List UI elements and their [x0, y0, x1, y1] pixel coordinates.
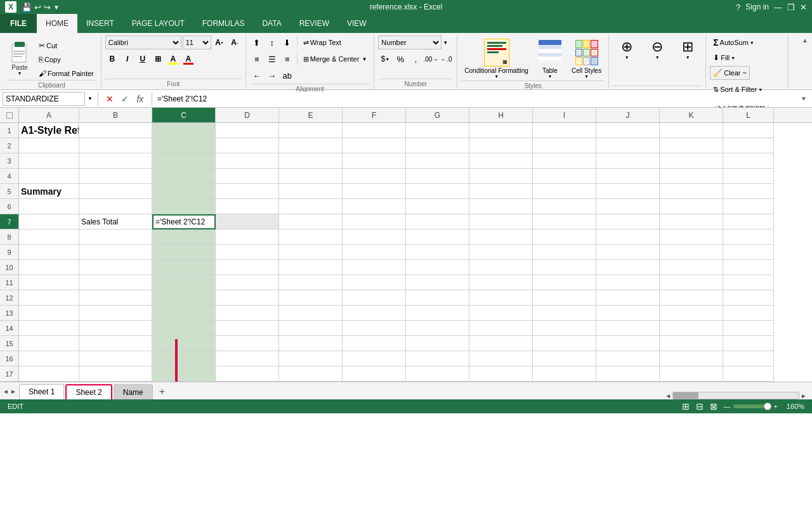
- cell-D13[interactable]: [216, 306, 279, 321]
- cell-I16[interactable]: [533, 351, 596, 366]
- cell-D8[interactable]: [216, 229, 279, 245]
- format-as-table-button[interactable]: Table ▼: [534, 37, 566, 81]
- cell-L3[interactable]: [723, 153, 774, 169]
- cell-G15[interactable]: [406, 336, 469, 351]
- cell-L8[interactable]: [723, 229, 774, 245]
- quick-access-more[interactable]: ▼: [53, 4, 60, 11]
- cell-D6[interactable]: [216, 199, 279, 214]
- cell-C5[interactable]: [152, 184, 216, 199]
- cell-H8[interactable]: [469, 229, 533, 245]
- cell-J17[interactable]: [596, 366, 660, 382]
- col-header-E[interactable]: E: [279, 108, 343, 122]
- cell-F15[interactable]: [343, 336, 406, 351]
- cell-I1[interactable]: [533, 123, 596, 138]
- cell-H16[interactable]: [469, 351, 533, 366]
- add-sheet-button[interactable]: +: [154, 384, 170, 399]
- cell-A7[interactable]: [19, 214, 79, 229]
- cell-styles-button[interactable]: Cell Styles ▼: [568, 37, 605, 81]
- cell-D17[interactable]: [216, 366, 279, 382]
- cell-E1[interactable]: [279, 123, 343, 138]
- autosum-button[interactable]: Σ AutoSum ▼: [710, 36, 757, 49]
- cell-H3[interactable]: [469, 153, 533, 169]
- cell-K16[interactable]: [660, 351, 723, 366]
- cell-B17[interactable]: [79, 366, 152, 382]
- align-center-button[interactable]: ☰: [265, 52, 279, 66]
- bold-button[interactable]: B: [105, 52, 119, 66]
- row-num-9[interactable]: 9: [0, 245, 18, 260]
- col-header-D[interactable]: D: [216, 108, 279, 122]
- row-num-11[interactable]: 11: [0, 275, 18, 290]
- cell-C8[interactable]: [152, 229, 216, 245]
- cell-B10[interactable]: [79, 260, 152, 275]
- col-header-K[interactable]: K: [660, 108, 723, 122]
- cell-E10[interactable]: [279, 260, 343, 275]
- cell-B15[interactable]: [79, 336, 152, 351]
- col-header-A[interactable]: A: [19, 108, 79, 122]
- cell-K13[interactable]: [660, 306, 723, 321]
- merge-center-button[interactable]: ⊞ Merge & Center ▼: [300, 52, 370, 66]
- cell-J14[interactable]: [596, 321, 660, 336]
- cell-E15[interactable]: [279, 336, 343, 351]
- cell-H2[interactable]: [469, 138, 533, 153]
- row-num-5[interactable]: 5: [0, 184, 18, 199]
- cell-H7[interactable]: [469, 214, 533, 229]
- row-num-7[interactable]: 7: [0, 214, 18, 229]
- cell-J15[interactable]: [596, 336, 660, 351]
- decrease-font-button[interactable]: A-: [228, 36, 242, 49]
- row-num-14[interactable]: 14: [0, 321, 18, 336]
- cell-C2[interactable]: [152, 138, 216, 153]
- cell-E17[interactable]: [279, 366, 343, 382]
- cell-J11[interactable]: [596, 275, 660, 290]
- cell-C13[interactable]: [152, 306, 216, 321]
- cell-D5[interactable]: [216, 184, 279, 199]
- cell-A12[interactable]: [19, 290, 79, 306]
- cell-H13[interactable]: [469, 306, 533, 321]
- fill-color-button[interactable]: A: [166, 52, 180, 66]
- cell-H14[interactable]: [469, 321, 533, 336]
- col-header-H[interactable]: H: [469, 108, 533, 122]
- cell-B6[interactable]: [79, 199, 152, 214]
- decrease-decimal-button[interactable]: ←.0: [439, 52, 453, 66]
- cell-F9[interactable]: [343, 245, 406, 260]
- cell-J12[interactable]: [596, 290, 660, 306]
- cell-G17[interactable]: [406, 366, 469, 382]
- cell-C16[interactable]: [152, 351, 216, 366]
- cell-C4[interactable]: [152, 169, 216, 184]
- tab-data[interactable]: DATA: [253, 14, 290, 33]
- cell-G5[interactable]: [406, 184, 469, 199]
- delete-button[interactable]: ⊖ ▼: [643, 37, 671, 61]
- increase-decimal-button[interactable]: .00→: [424, 52, 438, 66]
- cell-H5[interactable]: [469, 184, 533, 199]
- tab-review[interactable]: REVIEW: [291, 14, 338, 33]
- italic-button[interactable]: I: [121, 52, 134, 66]
- cell-H4[interactable]: [469, 169, 533, 184]
- cell-J16[interactable]: [596, 351, 660, 366]
- tab-view[interactable]: VIEW: [338, 14, 376, 33]
- cell-K17[interactable]: [660, 366, 723, 382]
- comma-button[interactable]: ,: [409, 52, 422, 66]
- cell-C7[interactable]: ='Sheet 2'!C12: [152, 214, 216, 229]
- view-page-button[interactable]: ⊠: [710, 401, 717, 411]
- clear-button[interactable]: 🧹 Clear ~: [710, 66, 750, 80]
- cell-I7[interactable]: [533, 214, 596, 229]
- cell-I9[interactable]: [533, 245, 596, 260]
- cell-L14[interactable]: [723, 321, 774, 336]
- insert-button[interactable]: ⊕ ▼: [613, 37, 641, 61]
- border-button[interactable]: ⊞: [151, 52, 165, 66]
- row-num-16[interactable]: 16: [0, 351, 18, 366]
- scroll-left-btn[interactable]: ◄: [665, 392, 671, 399]
- cell-K5[interactable]: [660, 184, 723, 199]
- cell-J4[interactable]: [596, 169, 660, 184]
- format-button[interactable]: ⊞ ▼: [674, 37, 702, 61]
- cell-G13[interactable]: [406, 306, 469, 321]
- increase-indent-button[interactable]: →: [265, 68, 279, 82]
- cell-H15[interactable]: [469, 336, 533, 351]
- cell-F10[interactable]: [343, 260, 406, 275]
- redo-icon[interactable]: ↪: [44, 3, 51, 12]
- cell-F8[interactable]: [343, 229, 406, 245]
- cell-F1[interactable]: [343, 123, 406, 138]
- cell-A9[interactable]: [19, 245, 79, 260]
- row-num-8[interactable]: 8: [0, 229, 18, 245]
- cell-B4[interactable]: [79, 169, 152, 184]
- cell-K9[interactable]: [660, 245, 723, 260]
